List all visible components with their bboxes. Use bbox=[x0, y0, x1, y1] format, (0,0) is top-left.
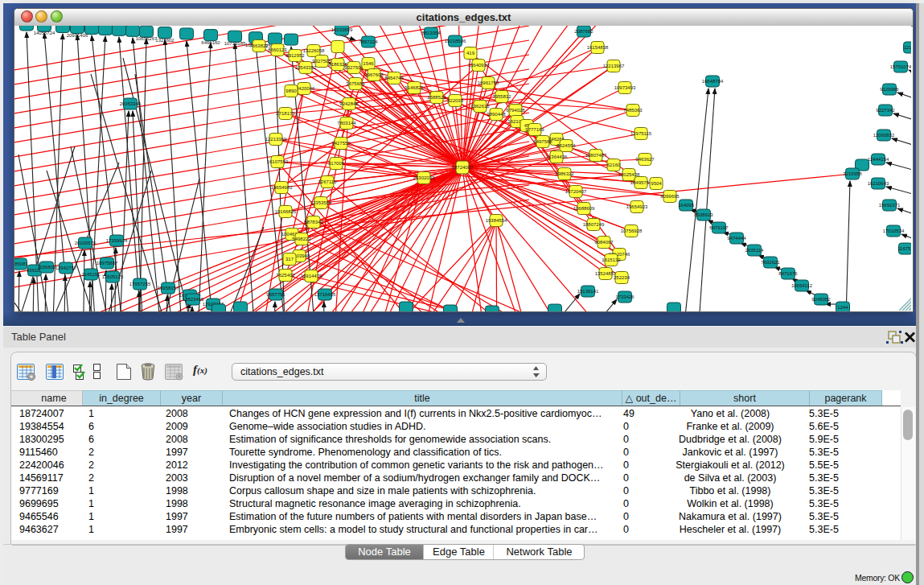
svg-text:3624554: 3624554 bbox=[556, 143, 576, 148]
svg-text:7663822: 7663822 bbox=[249, 43, 269, 48]
svg-text:1362615: 1362615 bbox=[470, 104, 490, 109]
svg-text:7632621: 7632621 bbox=[761, 260, 780, 265]
svg-text:7485063: 7485063 bbox=[623, 108, 643, 113]
svg-text:7986322: 7986322 bbox=[555, 171, 574, 176]
svg-text:5878342: 5878342 bbox=[304, 220, 323, 225]
svg-text:116753: 116753 bbox=[897, 246, 911, 251]
svg-text:1156809: 1156809 bbox=[38, 265, 57, 270]
svg-text:7625402: 7625402 bbox=[276, 273, 295, 278]
svg-text:15136141: 15136141 bbox=[577, 289, 599, 294]
svg-text:19218506: 19218506 bbox=[445, 39, 466, 43]
svg-text:9099695: 9099695 bbox=[660, 194, 680, 199]
svg-text:10719185: 10719185 bbox=[224, 41, 246, 46]
svg-text:10543352: 10543352 bbox=[295, 65, 317, 70]
svg-text:6497568: 6497568 bbox=[533, 139, 552, 144]
svg-text:15751074: 15751074 bbox=[890, 64, 911, 69]
svg-text:13226058: 13226058 bbox=[303, 48, 325, 53]
svg-text:7857224: 7857224 bbox=[359, 39, 378, 44]
svg-text:12444154: 12444154 bbox=[868, 157, 889, 162]
svg-text:3215958: 3215958 bbox=[843, 171, 862, 176]
svg-text:16107552: 16107552 bbox=[267, 159, 289, 164]
svg-text:10973493: 10973493 bbox=[614, 85, 636, 90]
svg-text:9146821: 9146821 bbox=[405, 85, 424, 90]
svg-text:822035: 822035 bbox=[447, 98, 464, 103]
svg-text:419: 419 bbox=[466, 51, 475, 56]
svg-text:5498222: 5498222 bbox=[292, 237, 311, 241]
svg-text:8471676: 8471676 bbox=[778, 271, 798, 276]
svg-text:13640910: 13640910 bbox=[468, 63, 490, 68]
svg-text:19654923: 19654923 bbox=[626, 204, 648, 209]
svg-text:317: 317 bbox=[285, 257, 294, 262]
svg-text:317006: 317006 bbox=[328, 161, 345, 166]
svg-text:9327503: 9327503 bbox=[344, 65, 363, 70]
svg-text:9242848: 9242848 bbox=[339, 101, 359, 106]
svg-text:9890448: 9890448 bbox=[487, 112, 506, 117]
svg-text:17957255: 17957255 bbox=[129, 282, 151, 286]
svg-text:16154838: 16154838 bbox=[587, 45, 609, 50]
svg-text:2087682: 2087682 bbox=[574, 29, 593, 34]
svg-text:10654112: 10654112 bbox=[791, 283, 813, 288]
svg-text:62160: 62160 bbox=[607, 163, 621, 167]
svg-text:9427552: 9427552 bbox=[331, 141, 351, 146]
svg-text:12122: 12122 bbox=[904, 45, 911, 50]
svg-text:20200576: 20200576 bbox=[75, 241, 97, 245]
svg-text:9245052: 9245052 bbox=[811, 297, 831, 302]
svg-text:10958157: 10958157 bbox=[158, 286, 179, 290]
svg-text:3675685: 3675685 bbox=[346, 81, 365, 86]
svg-text:10655267: 10655267 bbox=[136, 36, 158, 41]
svg-text:17010534: 17010534 bbox=[883, 229, 905, 233]
svg-text:8454749: 8454749 bbox=[384, 76, 404, 80]
svg-text:9129966: 9129966 bbox=[880, 87, 899, 92]
svg-text:6479197: 6479197 bbox=[709, 225, 729, 230]
svg-text:9474444: 9474444 bbox=[727, 236, 746, 241]
svg-text:12213967: 12213967 bbox=[603, 64, 625, 68]
svg-text:18495754: 18495754 bbox=[630, 180, 652, 185]
svg-text:16210643: 16210643 bbox=[868, 181, 889, 186]
svg-text:12213369: 12213369 bbox=[265, 137, 287, 142]
svg-text:9227342: 9227342 bbox=[876, 108, 895, 113]
svg-text:9777169: 9777169 bbox=[525, 127, 544, 132]
svg-text:12093832: 12093832 bbox=[873, 133, 895, 138]
svg-text:1588520: 1588520 bbox=[427, 95, 446, 100]
svg-text:1615132: 1615132 bbox=[602, 257, 621, 262]
svg-text:17359924: 17359924 bbox=[106, 238, 128, 243]
svg-text:8813054: 8813054 bbox=[421, 31, 441, 35]
svg-text:252234: 252234 bbox=[614, 275, 630, 280]
svg-text:1733426: 1733426 bbox=[615, 295, 634, 299]
svg-text:12942757: 12942757 bbox=[55, 266, 77, 270]
svg-text:585081: 585081 bbox=[14, 262, 29, 266]
svg-text:15692371: 15692371 bbox=[879, 203, 901, 208]
svg-text:2935114: 2935114 bbox=[745, 248, 765, 253]
svg-text:9890: 9890 bbox=[285, 89, 297, 93]
svg-text:1327602: 1327602 bbox=[155, 38, 175, 43]
svg-text:8912952: 8912952 bbox=[285, 53, 305, 58]
svg-text:9657791: 9657791 bbox=[266, 292, 285, 297]
svg-text:2718170: 2718170 bbox=[276, 111, 295, 116]
svg-text:8660123: 8660123 bbox=[268, 47, 287, 52]
svg-text:18807249: 18807249 bbox=[583, 222, 605, 227]
svg-text:15720407: 15720407 bbox=[565, 189, 587, 194]
svg-text:21364436: 21364436 bbox=[546, 154, 568, 159]
svg-text:19654983: 19654983 bbox=[271, 185, 293, 190]
svg-text:18724007: 18724007 bbox=[452, 165, 474, 170]
svg-text:9084067: 9084067 bbox=[594, 240, 614, 245]
svg-text:1244: 1244 bbox=[837, 305, 848, 310]
svg-text:3267110: 3267110 bbox=[318, 179, 338, 184]
svg-text:2967608: 2967608 bbox=[364, 72, 384, 77]
svg-text:10756928: 10756928 bbox=[621, 229, 643, 233]
svg-text:12353594: 12353594 bbox=[310, 200, 332, 205]
svg-text:1546: 1546 bbox=[363, 61, 374, 66]
svg-text:164095: 164095 bbox=[678, 203, 695, 208]
svg-text:19384554: 19384554 bbox=[486, 218, 507, 223]
svg-text:20053346: 20053346 bbox=[120, 101, 142, 106]
svg-text:6794028: 6794028 bbox=[506, 108, 525, 113]
svg-text:12975115: 12975115 bbox=[630, 131, 652, 136]
svg-text:10975887: 10975887 bbox=[97, 261, 118, 266]
svg-text:16033809: 16033809 bbox=[331, 27, 353, 32]
svg-text:7955812: 7955812 bbox=[492, 94, 511, 99]
svg-text:10807487: 10807487 bbox=[585, 153, 607, 158]
svg-text:13716485: 13716485 bbox=[314, 292, 336, 297]
svg-text:16648784: 16648784 bbox=[702, 79, 724, 84]
svg-text:10688609: 10688609 bbox=[573, 206, 595, 211]
svg-text:9463627: 9463627 bbox=[635, 157, 655, 162]
